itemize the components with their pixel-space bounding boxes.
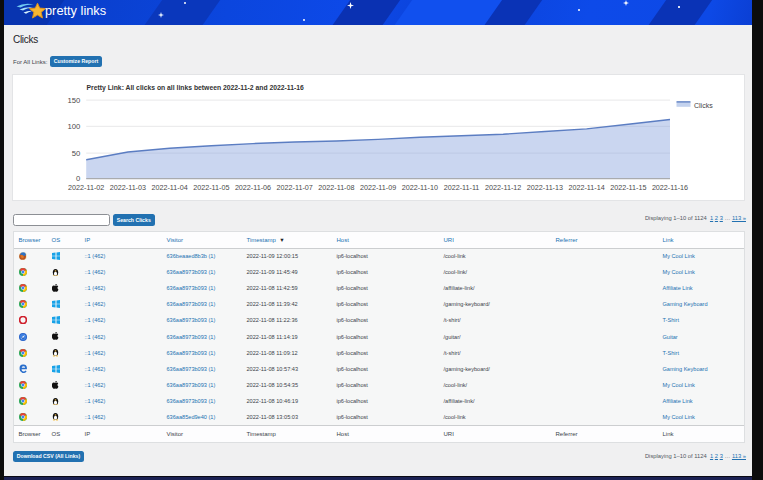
svg-text:2022-11-15: 2022-11-15 [610,183,646,192]
svg-text:2022-11-13: 2022-11-13 [526,183,562,192]
svg-text:2022-11-16: 2022-11-16 [651,183,687,192]
svg-text:2022-11-04: 2022-11-04 [151,183,187,192]
svg-text:2022-11-05: 2022-11-05 [193,183,229,192]
svg-text:2022-11-10: 2022-11-10 [401,183,437,192]
svg-text:Pretty Link: All clicks on all: Pretty Link: All clicks on all links bet… [86,83,304,91]
svg-text:150: 150 [67,95,80,104]
svg-text:2022-11-12: 2022-11-12 [485,183,521,192]
svg-text:Clicks: Clicks [694,101,713,108]
svg-text:2022-11-07: 2022-11-07 [276,183,312,192]
svg-text:2022-11-08: 2022-11-08 [318,183,354,192]
svg-text:2022-11-03: 2022-11-03 [109,183,145,192]
svg-text:2022-11-06: 2022-11-06 [234,183,270,192]
svg-text:2022-11-02: 2022-11-02 [68,183,104,192]
svg-text:100: 100 [67,122,80,131]
svg-text:50: 50 [71,148,80,157]
svg-text:2022-11-11: 2022-11-11 [443,183,479,192]
svg-text:2022-11-14: 2022-11-14 [568,183,604,192]
svg-text:2022-11-09: 2022-11-09 [359,183,395,192]
